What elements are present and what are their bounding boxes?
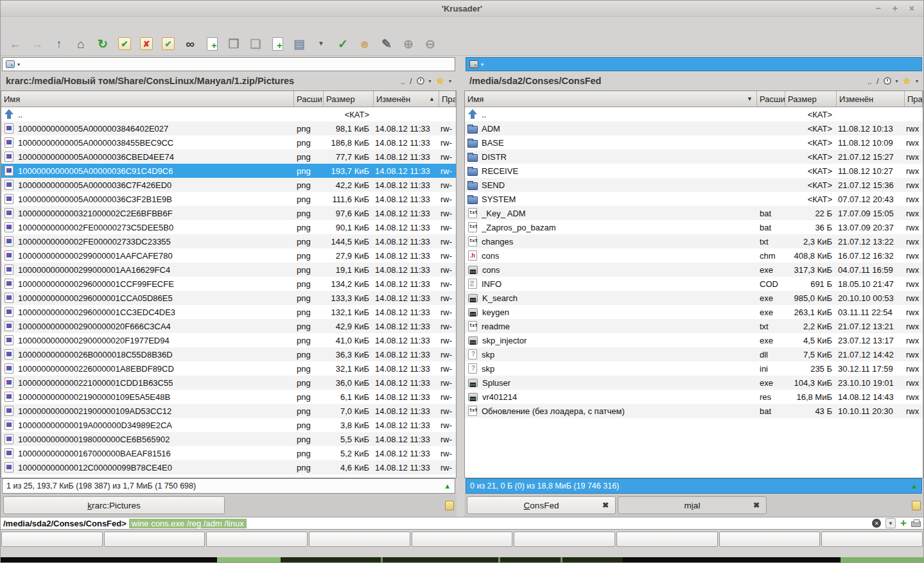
10000000000002900000020F666C3CA4[interactable]: 10000000000002900000020F666C3CA4 png 42,… bbox=[1, 319, 456, 333]
add-icon[interactable]: + bbox=[900, 519, 907, 528]
history-icon[interactable] bbox=[417, 77, 424, 85]
up-dir-button[interactable]: .. bbox=[867, 76, 872, 86]
skp[interactable]: skp ini 235 Б 30.12.11 17:59 rwx bbox=[465, 361, 923, 376]
..[interactable]: .. <КАТ> bbox=[465, 107, 923, 121]
menu-item[interactable] bbox=[21, 23, 34, 26]
up-icon[interactable]: ↑ bbox=[49, 34, 69, 53]
DISTR[interactable]: DISTR <КАТ> 21.07.12 15:27 rwx bbox=[465, 150, 923, 164]
column-header[interactable]: Размер bbox=[324, 91, 374, 107]
fkey-button[interactable] bbox=[1, 532, 103, 547]
panel-tab[interactable]: mial✖ bbox=[618, 496, 767, 514]
10000000000002FE000002733DC23355[interactable]: 10000000000002FE000002733DC23355 png 144… bbox=[1, 234, 456, 248]
verify-icon[interactable]: ✓ bbox=[333, 34, 353, 53]
select-group-icon[interactable]: ✔ bbox=[115, 34, 134, 53]
_Key_ ADM[interactable]: _Key_ ADM bat 22 Б 17.07.09 15:05 rwx bbox=[465, 206, 923, 220]
fkey-button[interactable] bbox=[412, 532, 513, 547]
100000000000021900000109AD53CC12[interactable]: 100000000000021900000109AD53CC12 png 7,0… bbox=[1, 404, 456, 418]
menu-item[interactable] bbox=[120, 23, 133, 26]
100000000000019A000000D34989E2CA[interactable]: 100000000000019A000000D34989E2CA png 3,8… bbox=[1, 418, 456, 432]
column-header[interactable]: Имя▼ bbox=[465, 91, 757, 107]
menu-item[interactable] bbox=[7, 23, 20, 26]
1000000000000299000001AA16629FC4[interactable]: 1000000000000299000001AA16629FC4 png 19,… bbox=[1, 263, 456, 277]
1000000000000296000001CCF99FECFE[interactable]: 1000000000000296000001CCF99FECFE png 134… bbox=[1, 277, 456, 291]
readme[interactable]: readme txt 2,2 КиБ 21.07.12 13:21 rwx bbox=[465, 319, 923, 333]
close-tab-icon[interactable]: ✖ bbox=[753, 501, 760, 510]
zoom-in-icon[interactable]: ⊕ bbox=[399, 34, 418, 53]
minimize-button[interactable]: − bbox=[875, 3, 880, 13]
ADM[interactable]: ADM <КАТ> 11.08.12 10:13 rwx bbox=[465, 121, 923, 135]
panel-tab[interactable]: krarc:Pictures bbox=[3, 496, 225, 514]
1000000000000296000001CCA05D86E5[interactable]: 1000000000000296000001CCA05D86E5 png 133… bbox=[1, 291, 456, 305]
skp[interactable]: skp dll 7,5 КиБ 21.07.12 14:42 rwx bbox=[465, 347, 923, 361]
column-header[interactable]: Размер bbox=[785, 91, 837, 107]
menu-item[interactable] bbox=[49, 23, 62, 26]
BASE[interactable]: BASE <КАТ> 11.08.12 10:09 rwx bbox=[465, 135, 923, 150]
10000000000005A00000036C7F426ED0[interactable]: 10000000000005A00000036C7F426ED0 png 42,… bbox=[1, 178, 456, 192]
Обновление (без лоадера, с патчем)[interactable]: Обновление (без лоадера, с патчем) bat 4… bbox=[465, 404, 923, 418]
menu-item[interactable] bbox=[35, 23, 48, 26]
menu-item[interactable] bbox=[106, 23, 119, 26]
_Zapros_po_bazam[interactable]: _Zapros_po_bazam bat 36 Б 13.07.09 20:37… bbox=[465, 220, 923, 234]
cmd-input[interactable]: wine cons.exe /reg /adm /linux bbox=[129, 519, 247, 528]
find-file-icon[interactable]: ∞ bbox=[180, 34, 200, 53]
home-icon[interactable]: ⌂ bbox=[71, 34, 91, 53]
fkey-button[interactable] bbox=[104, 532, 205, 547]
up-dir-button[interactable]: .. bbox=[401, 76, 405, 86]
SYSTEM[interactable]: SYSTEM <КАТ> 07.07.12 20:43 rwx bbox=[465, 192, 923, 206]
fkey-button[interactable] bbox=[719, 532, 821, 547]
forward-icon[interactable]: → bbox=[28, 34, 47, 53]
RECEIVE[interactable]: RECEIVE <КАТ> 11.08.12 10:27 rwx bbox=[465, 164, 923, 178]
fkey-button[interactable] bbox=[309, 532, 410, 547]
root-dir-button[interactable]: / bbox=[410, 76, 412, 86]
fkey-button[interactable] bbox=[821, 532, 923, 547]
user-actions-icon[interactable]: ☻ bbox=[355, 34, 374, 53]
mount-dropdown-icon[interactable]: ▼ bbox=[311, 34, 331, 53]
new-file-icon[interactable]: + bbox=[202, 34, 222, 53]
..[interactable]: .. <КАТ> bbox=[1, 107, 456, 121]
100000000000026B0000018C55D8B36D[interactable]: 100000000000026B0000018C55D8B36D png 36,… bbox=[1, 347, 456, 361]
column-header[interactable]: Пра bbox=[905, 91, 923, 107]
10000000000005A00000038455BEC9CC[interactable]: 10000000000005A00000038455BEC9CC png 186… bbox=[1, 135, 456, 150]
menu-item[interactable] bbox=[64, 23, 76, 26]
fkey-button[interactable] bbox=[514, 532, 615, 547]
maximize-button[interactable]: + bbox=[893, 3, 898, 13]
100000000000012C00000099B78CE4E0[interactable]: 100000000000012C00000099B78CE4E0 png 4,6… bbox=[1, 460, 456, 474]
close-tab-icon[interactable]: ✖ bbox=[602, 501, 609, 510]
10000000000005A00000036C3F2B1E9B[interactable]: 10000000000005A00000036C3F2B1E9B png 111… bbox=[1, 192, 456, 206]
zoom-out-icon[interactable]: ⊖ bbox=[421, 34, 440, 53]
skp_injector[interactable]: skp_injector exe 4,5 КиБ 23.07.12 13:17 … bbox=[465, 333, 923, 347]
1000000000000299000001AAFCAFE780[interactable]: 1000000000000299000001AAFCAFE780 png 27,… bbox=[1, 248, 456, 263]
close-button[interactable]: × bbox=[909, 3, 914, 13]
K_search[interactable]: K_search exe 985,0 КиБ 20.10.10 00:53 rw… bbox=[465, 291, 923, 305]
10000000000005A00000036CBED4EE74[interactable]: 10000000000005A00000036CBED4EE74 png 77,… bbox=[1, 150, 456, 164]
1000000000000221000001CDD1B63C55[interactable]: 1000000000000221000001CDD1B63C55 png 36,… bbox=[1, 376, 456, 390]
copy-icon[interactable]: ❐ bbox=[224, 34, 243, 53]
column-header[interactable]: Изменён bbox=[837, 91, 905, 107]
100000000000021900000109E5A5E48B[interactable]: 100000000000021900000109E5A5E48B png 6,1… bbox=[1, 390, 456, 404]
bookmarks-icon[interactable]: ★ bbox=[903, 75, 911, 87]
mount-icon[interactable]: ▤ bbox=[290, 34, 309, 53]
1000000000000167000000BAEAF81516[interactable]: 1000000000000167000000BAEAF81516 png 5,2… bbox=[1, 446, 456, 460]
column-header[interactable]: Имя bbox=[1, 91, 294, 107]
INFO[interactable]: INFO COD 691 Б 18.05.10 21:47 rwx bbox=[465, 277, 923, 291]
10000000000005A0000003846402E027[interactable]: 10000000000005A0000003846402E027 png 98,… bbox=[1, 121, 456, 135]
right-path-bar[interactable]: /media/sda2/Conses/ConsFed .. / ▾ ★▾ bbox=[464, 71, 923, 91]
cons[interactable]: cons chm 408,8 КиБ 16.07.12 16:32 rwx bbox=[465, 248, 923, 263]
new-folder-icon[interactable]: + bbox=[268, 34, 287, 53]
history-icon[interactable] bbox=[884, 77, 891, 85]
edit-icon[interactable]: ✎ bbox=[377, 34, 396, 53]
fkey-button[interactable] bbox=[616, 532, 718, 547]
left-info-bar[interactable]: ▾ bbox=[2, 57, 455, 71]
1000000000000226000001A8EBDF89CD[interactable]: 1000000000000226000001A8EBDF89CD png 32,… bbox=[1, 361, 456, 376]
menu-item[interactable] bbox=[78, 23, 91, 26]
1000000000000198000000CE6B565902[interactable]: 1000000000000198000000CE6B565902 png 5,5… bbox=[1, 432, 456, 446]
clear-input-icon[interactable]: ✕ bbox=[872, 519, 881, 528]
fkey-button[interactable] bbox=[206, 532, 308, 547]
column-header[interactable]: Пра bbox=[439, 91, 456, 107]
1000000000000321000002C2E6BFBB6F[interactable]: 1000000000000321000002C2E6BFBB6F png 97,… bbox=[1, 206, 456, 220]
refresh-icon[interactable]: ↻ bbox=[93, 34, 112, 53]
changes[interactable]: changes txt 2,3 КиБ 21.07.12 13:22 rwx bbox=[465, 234, 923, 248]
1000000000000296000001CC3EDC4DE3[interactable]: 1000000000000296000001CC3EDC4DE3 png 132… bbox=[1, 305, 456, 319]
10000000000002900000020F1977ED94[interactable]: 10000000000002900000020F1977ED94 png 41,… bbox=[1, 333, 456, 347]
unselect-group-icon[interactable]: ✘ bbox=[137, 34, 156, 53]
